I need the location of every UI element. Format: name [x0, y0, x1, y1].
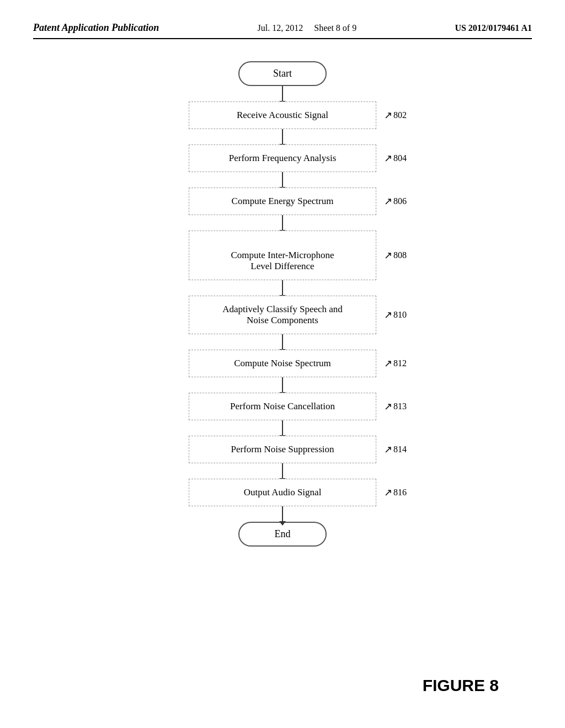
box-806: Compute Energy Spectrum: [189, 188, 376, 215]
arrow-3: [282, 172, 283, 188]
start-node: Start: [238, 61, 327, 86]
node-813: Perform Noise Cancellation ↗ 813: [189, 393, 376, 420]
node-814: Perform Noise Suppression ↗ 814: [189, 436, 376, 463]
arrow-1: [282, 86, 283, 101]
node-802: Receive Acoustic Signal ↗ 802: [189, 101, 376, 129]
ref-812: ↗ 812: [384, 358, 407, 368]
node-810: Adaptively Classify Speech andNoise Comp…: [189, 296, 376, 334]
box-814: Perform Noise Suppression: [189, 436, 376, 463]
arrow-4: [282, 215, 283, 231]
figure-label: FIGURE 8: [423, 676, 499, 695]
box-804: Perform Frequency Analysis: [189, 144, 376, 172]
ref-814: ↗ 814: [384, 445, 407, 454]
arrow-10: [282, 506, 283, 522]
node-812: Compute Noise Spectrum ↗ 812: [189, 350, 376, 377]
arrow-5: [282, 280, 283, 296]
arrow-9: [282, 463, 283, 479]
arrow-8: [282, 420, 283, 436]
box-808: Compute Inter-MicrophoneLevel Difference: [189, 231, 376, 280]
node-816: Output Audio Signal ↗ 816: [189, 479, 376, 506]
box-810: Adaptively Classify Speech andNoise Comp…: [189, 296, 376, 334]
date-sheet-label: Jul. 12, 2012 Sheet 8 of 9: [258, 23, 357, 33]
node-804: Perform Frequency Analysis ↗ 804: [189, 144, 376, 172]
box-802: Receive Acoustic Signal: [189, 101, 376, 129]
box-812: Compute Noise Spectrum: [189, 350, 376, 377]
start-box: Start: [238, 61, 327, 86]
date-label: Jul. 12, 2012: [258, 23, 303, 33]
page-header: Patent Application Publication Jul. 12, …: [33, 22, 532, 39]
ref-802: ↗ 802: [384, 110, 407, 120]
arrow-6: [282, 334, 283, 350]
box-816: Output Audio Signal: [189, 479, 376, 506]
ref-808: ↗ 808: [384, 250, 407, 260]
ref-810: ↗ 810: [384, 310, 407, 320]
sheet-label: Sheet 8 of 9: [314, 23, 356, 33]
ref-813: ↗ 813: [384, 402, 407, 411]
ref-816: ↗ 816: [384, 488, 407, 497]
node-808: Compute Inter-MicrophoneLevel Difference…: [189, 231, 376, 280]
arrow-7: [282, 377, 283, 393]
box-813: Perform Noise Cancellation: [189, 393, 376, 420]
node-806: Compute Energy Spectrum ↗ 806: [189, 188, 376, 215]
publication-label: Patent Application Publication: [33, 22, 159, 34]
arrow-2: [282, 129, 283, 144]
ref-804: ↗ 804: [384, 153, 407, 163]
patent-number-label: US 2012/0179461 A1: [455, 23, 532, 33]
flowchart: Start Receive Acoustic Signal ↗ 802 Perf…: [33, 56, 532, 547]
ref-806: ↗ 806: [384, 196, 407, 206]
